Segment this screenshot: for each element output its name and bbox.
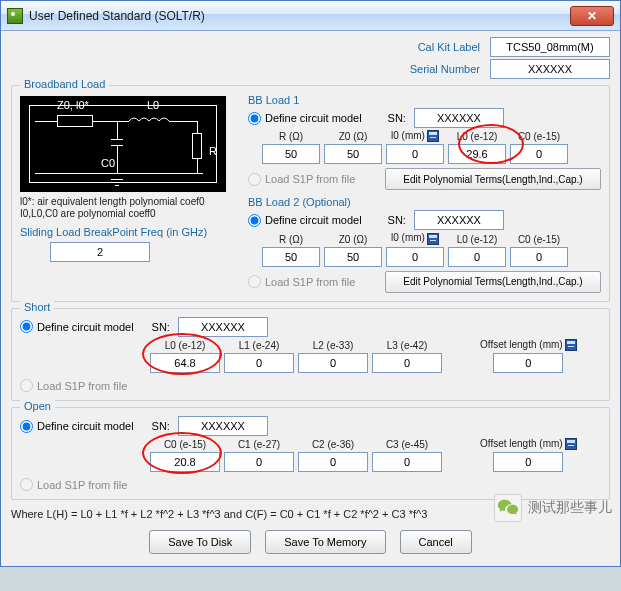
bb2-r-val[interactable]: 50: [262, 247, 320, 267]
bb1-l0mm-head: l0 (mm): [391, 130, 425, 141]
calculator-icon[interactable]: [427, 233, 439, 245]
short-L0-head: L0 (e-12): [165, 340, 206, 351]
note-line1: l0*: air equivalent length polynomial co…: [20, 196, 240, 208]
client-area: Cal Kit Label TCS50_08mm(M) Serial Numbe…: [1, 31, 620, 566]
open-C2-val[interactable]: 0: [298, 452, 368, 472]
open-C3-val[interactable]: 0: [372, 452, 442, 472]
bb2-sn-label: SN:: [388, 214, 406, 226]
broadband-legend: Broadband Load: [20, 78, 109, 90]
bb2-r-head: R (Ω): [279, 234, 303, 245]
close-button[interactable]: ✕: [570, 6, 614, 26]
open-sn-value[interactable]: XXXXXX: [178, 416, 268, 436]
app-icon: [7, 8, 23, 24]
short-define-radio[interactable]: Define circuit model: [20, 320, 134, 333]
short-load-s1p-radio-input: [20, 379, 33, 392]
bb1-z0-val[interactable]: 50: [324, 144, 382, 164]
open-C3-head: C3 (e-45): [386, 439, 428, 450]
short-L2-val[interactable]: 0: [298, 353, 368, 373]
short-L3-val[interactable]: 0: [372, 353, 442, 373]
bb1-load-s1p-radio-input: [248, 173, 261, 186]
diagram-z0-label: Z0, l0*: [57, 99, 89, 111]
titlebar: User Defined Standard (SOLT/R) ✕: [1, 1, 620, 31]
bb2-title: BB Load 2 (Optional): [248, 196, 601, 208]
short-L1-val[interactable]: 0: [224, 353, 294, 373]
short-off-head: Offset length (mm): [480, 339, 563, 350]
bb2-load-s1p-label: Load S1P from file: [265, 276, 355, 288]
short-sn-value[interactable]: XXXXXX: [178, 317, 268, 337]
open-load-s1p-radio-input: [20, 478, 33, 491]
calculator-icon[interactable]: [427, 130, 439, 142]
bb1-define-radio-input[interactable]: [248, 112, 261, 125]
bb1-L0-val[interactable]: 29.6: [448, 144, 506, 164]
bb1-z0-head: Z0 (Ω): [339, 131, 368, 142]
bb2-load-s1p-radio[interactable]: Load S1P from file: [248, 275, 355, 288]
short-load-s1p-radio[interactable]: Load S1P from file: [20, 379, 601, 392]
short-define-label: Define circuit model: [37, 321, 134, 333]
open-group: Open Define circuit model SN: XXXXXX C0 …: [11, 407, 610, 500]
bb1-r-val[interactable]: 50: [262, 144, 320, 164]
bb2-edit-poly-button[interactable]: Edit Polynomial Terms(Length,Ind.,Cap.): [385, 271, 601, 293]
bb2-C0-head: C0 (e-15): [518, 234, 560, 245]
open-C1-val[interactable]: 0: [224, 452, 294, 472]
dialog-window: User Defined Standard (SOLT/R) ✕ Cal Kit…: [0, 0, 621, 567]
bb1-r-head: R (Ω): [279, 131, 303, 142]
bb2-C0-val[interactable]: 0: [510, 247, 568, 267]
short-L3-head: L3 (e-42): [387, 340, 428, 351]
open-off-head: Offset length (mm): [480, 438, 563, 449]
short-L1-head: L1 (e-24): [239, 340, 280, 351]
short-off-val[interactable]: 0: [493, 353, 563, 373]
short-group: Short Define circuit model SN: XXXXXX L0…: [11, 308, 610, 401]
note-line2: I0,L0,C0 are polynomial coeff0: [20, 208, 240, 220]
bb2-l0mm-head: l0 (mm): [391, 232, 425, 243]
sliding-load-label: Sliding Load BreakPoint Freq (in GHz): [20, 226, 240, 238]
calculator-icon[interactable]: [565, 438, 577, 450]
save-to-disk-button[interactable]: Save To Disk: [149, 530, 251, 554]
bb1-C0-val[interactable]: 0: [510, 144, 568, 164]
open-off-val[interactable]: 0: [493, 452, 563, 472]
bb2-L0-head: L0 (e-12): [457, 234, 498, 245]
bb2-define-radio-input[interactable]: [248, 214, 261, 227]
bb2-define-radio[interactable]: Define circuit model: [248, 214, 362, 227]
diagram-l0-label: L0: [147, 99, 159, 111]
cancel-button[interactable]: Cancel: [400, 530, 472, 554]
open-C0-head: C0 (e-15): [164, 439, 206, 450]
bb1-edit-poly-button[interactable]: Edit Polynomial Terms(Length,Ind.,Cap.): [385, 168, 601, 190]
open-define-label: Define circuit model: [37, 420, 134, 432]
cal-kit-value[interactable]: TCS50_08mm(M): [490, 37, 610, 57]
short-load-s1p-label: Load S1P from file: [37, 380, 127, 392]
diagram-r-label: R: [209, 145, 217, 157]
open-legend: Open: [20, 400, 55, 412]
bb1-define-radio[interactable]: Define circuit model: [248, 112, 362, 125]
bb1-l0mm-val[interactable]: 0: [386, 144, 444, 164]
open-C2-head: C2 (e-36): [312, 439, 354, 450]
bb1-sn-value[interactable]: XXXXXX: [414, 108, 504, 128]
open-define-radio-input[interactable]: [20, 420, 33, 433]
bb2-z0-val[interactable]: 50: [324, 247, 382, 267]
calculator-icon[interactable]: [565, 339, 577, 351]
short-define-radio-input[interactable]: [20, 320, 33, 333]
bb1-load-s1p-radio[interactable]: Load S1P from file: [248, 173, 355, 186]
open-load-s1p-radio[interactable]: Load S1P from file: [20, 478, 601, 491]
diagram-c0-label: C0: [101, 157, 115, 169]
short-legend: Short: [20, 301, 54, 313]
serial-number-value[interactable]: XXXXXX: [490, 59, 610, 79]
open-C1-head: C1 (e-27): [238, 439, 280, 450]
bb2-l0mm-val[interactable]: 0: [386, 247, 444, 267]
bb1-define-label: Define circuit model: [265, 112, 362, 124]
open-sn-label: SN:: [152, 420, 170, 432]
bb2-L0-val[interactable]: 0: [448, 247, 506, 267]
short-L2-head: L2 (e-33): [313, 340, 354, 351]
save-to-memory-button[interactable]: Save To Memory: [265, 530, 385, 554]
wechat-icon: [494, 494, 522, 522]
sliding-load-value[interactable]: 2: [50, 242, 150, 262]
window-title: User Defined Standard (SOLT/R): [29, 9, 570, 23]
bb1-load-s1p-label: Load S1P from file: [265, 173, 355, 185]
open-define-radio[interactable]: Define circuit model: [20, 420, 134, 433]
bb2-define-label: Define circuit model: [265, 214, 362, 226]
bb1-title: BB Load 1: [248, 94, 601, 106]
open-C0-val[interactable]: 20.8: [150, 452, 220, 472]
circuit-diagram: Z0, l0* L0 C0 R: [20, 96, 226, 192]
short-L0-val[interactable]: 64.8: [150, 353, 220, 373]
serial-number-label: Serial Number: [390, 63, 480, 75]
bb2-sn-value[interactable]: XXXXXX: [414, 210, 504, 230]
